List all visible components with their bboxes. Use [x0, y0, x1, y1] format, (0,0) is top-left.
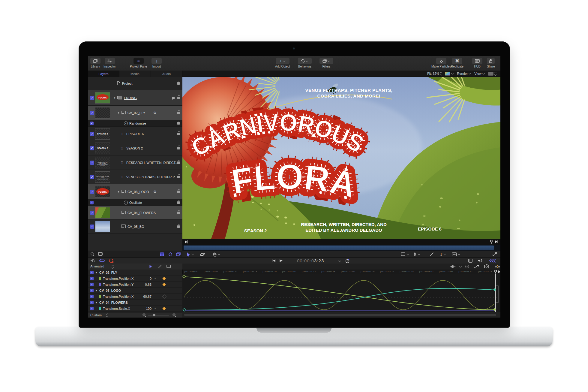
- audio-icon[interactable]: [478, 259, 483, 263]
- layer-row-venus-text[interactable]: ✓ VENUS FLYTRAPS, PITCHER PLANTS,COBRA L…: [88, 170, 182, 184]
- layer-row-cv04-flowers[interactable]: ✓ CV_04_FLOWERS: [88, 206, 182, 220]
- channel-group-row[interactable]: ✓ ▼ CV_02_FLY: [88, 270, 182, 276]
- lock-icon[interactable]: [177, 133, 180, 135]
- lock-icon[interactable]: [177, 201, 180, 204]
- channel-checkbox[interactable]: ✓: [90, 271, 94, 274]
- playhead-line[interactable]: [495, 274, 496, 312]
- channel-row[interactable]: ✓ Transform.Position.X 0 «: [88, 276, 182, 282]
- layer-checkbox[interactable]: ✓: [90, 122, 94, 125]
- keyframe-diamond[interactable]: [162, 283, 166, 286]
- library-button[interactable]: Library: [90, 58, 100, 68]
- search-icon[interactable]: [90, 252, 94, 256]
- zoom-slider-track[interactable]: [148, 315, 169, 315]
- show-behaviors-icon[interactable]: [168, 252, 172, 256]
- channel-value[interactable]: -0.63: [144, 283, 152, 286]
- orbit-3d-tool[interactable]: [200, 252, 205, 257]
- canvas-timeline-track[interactable]: [182, 239, 500, 245]
- channel-checkbox[interactable]: ✓: [90, 277, 94, 280]
- layer-checkbox[interactable]: ✓: [90, 111, 94, 115]
- camera-snapshot-icon[interactable]: [484, 264, 489, 268]
- hud-button[interactable]: HUD: [472, 58, 482, 68]
- keyframe-diamond-hollow[interactable]: [162, 294, 166, 298]
- loop-icon[interactable]: [99, 259, 105, 263]
- layer-row-project[interactable]: Project: [88, 77, 182, 90]
- layer-checkbox[interactable]: ✓: [90, 211, 94, 215]
- layer-checkbox[interactable]: ✓: [90, 161, 94, 165]
- background-swatch-control[interactable]: [488, 72, 496, 76]
- disclosure-triangle[interactable]: ▼: [117, 190, 120, 193]
- project-pane-button[interactable]: ≡ Project Pane: [130, 58, 147, 68]
- inspector-button[interactable]: Inspector: [104, 58, 116, 68]
- playhead-marker-icon[interactable]: [185, 240, 188, 244]
- layer-checkbox[interactable]: ✓: [90, 146, 94, 150]
- share-button[interactable]: Share: [487, 58, 495, 68]
- zoom-slider-knob[interactable]: [153, 314, 155, 316]
- channel-checkbox[interactable]: ✓: [90, 307, 94, 310]
- prev-keyframe-icon[interactable]: «: [154, 277, 156, 280]
- zoom-in-icon[interactable]: [172, 313, 176, 317]
- mask-tool[interactable]: [452, 252, 460, 257]
- zoom-out-icon[interactable]: [142, 313, 146, 317]
- rectangle-tool[interactable]: [401, 252, 409, 257]
- lock-icon[interactable]: [177, 122, 180, 125]
- lock-icon[interactable]: [177, 112, 180, 114]
- curve-set-stepper[interactable]: [112, 265, 113, 268]
- channel-row[interactable]: ✓ Transform.Position.X -60.67: [88, 294, 182, 300]
- channel-value[interactable]: 0: [150, 277, 152, 280]
- zoom-preset-popup[interactable]: Custom: [90, 313, 102, 317]
- layer-row-cv03-logo[interactable]: ✓ FLORA ▼ CV_03_LOGO ⚙: [88, 184, 182, 199]
- channel-group-row[interactable]: ✓ ▼ CV_03_LOGO: [88, 288, 182, 294]
- import-button[interactable]: ↓ Import: [152, 58, 162, 68]
- mute-icon[interactable]: [90, 259, 96, 263]
- layer-checkbox[interactable]: ✓: [90, 96, 94, 100]
- film-icon[interactable]: [468, 259, 472, 263]
- kf-select-tool[interactable]: [149, 264, 152, 268]
- layer-checkbox[interactable]: ✓: [90, 201, 94, 204]
- play-icon[interactable]: [279, 259, 283, 262]
- audio-waveform-icon[interactable]: [450, 264, 456, 268]
- layer-row-oscillate[interactable]: ✓ ▾ Oscillate: [88, 199, 182, 206]
- zoom-preset-stepper[interactable]: [106, 314, 108, 317]
- layer-row-season2-text[interactable]: ✓ SEASON 2 T SEASON 2: [88, 141, 182, 155]
- layer-checkbox[interactable]: ✓: [90, 175, 94, 179]
- channel-value[interactable]: -60.67: [142, 295, 152, 298]
- retime-chevrons-icon[interactable]: [489, 259, 496, 263]
- fit-stepper[interactable]: [440, 72, 442, 75]
- disclosure-triangle[interactable]: ▼: [113, 96, 116, 99]
- disclosure-triangle[interactable]: ▼: [95, 301, 98, 304]
- layer-row-cv02-fly[interactable]: ✓ ▼ CV_02_FLY ⚙: [88, 106, 182, 120]
- prev-keyframe-icon[interactable]: «: [154, 307, 156, 310]
- fit-zoom-control[interactable]: Fit: 62%: [427, 72, 442, 75]
- tab-layers[interactable]: Layers: [88, 71, 119, 77]
- kf-pen-tool[interactable]: [158, 264, 162, 268]
- disclosure-triangle[interactable]: ▼: [117, 111, 120, 114]
- render-menu[interactable]: Render: [457, 72, 471, 75]
- lock-icon[interactable]: [177, 176, 180, 178]
- kf-box-select-tool[interactable]: [166, 264, 171, 268]
- bezier-pen-tool[interactable]: [413, 252, 421, 257]
- make-particles-button[interactable]: Make Particles: [431, 58, 451, 68]
- scale-x-curve[interactable]: [184, 288, 495, 310]
- timeline-scrollbar[interactable]: [182, 312, 500, 318]
- layer-row-research-text[interactable]: ✓ RESEARCH, WRITTEN, DIRECTED, ANDEDITED…: [88, 155, 182, 170]
- record-icon[interactable]: [109, 258, 114, 263]
- layer-row-cv05-bg[interactable]: ✓ CV_05_BG: [88, 220, 182, 234]
- keyframe-diamond[interactable]: [162, 307, 166, 310]
- scrollbar-thumb[interactable]: [184, 314, 496, 316]
- timer-icon[interactable]: [345, 259, 350, 263]
- show-filters-icon[interactable]: [176, 252, 181, 256]
- layer-checkbox[interactable]: ✓: [90, 190, 94, 194]
- layer-checkbox[interactable]: ✓: [90, 225, 94, 229]
- channel-row[interactable]: ✓ Transform.Position.Y -0.63: [88, 282, 182, 288]
- tab-audio[interactable]: Audio: [151, 71, 182, 77]
- select-tool[interactable]: [187, 252, 194, 257]
- preview-layout-icon[interactable]: [98, 252, 103, 256]
- layer-row-ending[interactable]: ✓ FLORA ▼ ENDING: [88, 90, 182, 106]
- text-tool[interactable]: T: [440, 252, 446, 257]
- show-masks-icon[interactable]: [160, 252, 164, 256]
- canvas-viewport[interactable]: CARNIVOROUS FLORA CARNIVOROUS FLORA CARN…: [182, 77, 500, 239]
- lock-icon[interactable]: [177, 161, 180, 164]
- waveform-menu-chevron[interactable]: [459, 265, 462, 267]
- add-object-button[interactable]: + Add Object: [275, 58, 290, 68]
- lock-icon[interactable]: [177, 225, 180, 228]
